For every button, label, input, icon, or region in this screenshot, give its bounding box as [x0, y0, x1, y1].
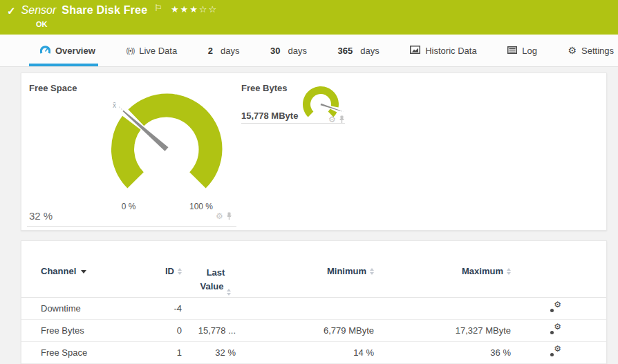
- channel-maximum: 36 %: [374, 347, 511, 358]
- sort-caret-icon: [81, 270, 86, 274]
- tab-historic-data[interactable]: Historic Data: [410, 35, 476, 66]
- live-data-icon: ((•)): [126, 47, 134, 55]
- tab-30-days[interactable]: 30days: [270, 35, 307, 66]
- channel-name: Downtime: [41, 303, 151, 314]
- channel-settings-gears-icon[interactable]: ⚙: [550, 346, 561, 357]
- gauge-scale-min: 0 %: [115, 202, 142, 211]
- mean-marker-line: [341, 111, 344, 112]
- channel-name: Free Bytes: [41, 325, 151, 336]
- tile-divider: [241, 123, 345, 124]
- tab-label: Log: [522, 46, 537, 56]
- tab-log[interactable]: Log: [507, 35, 537, 66]
- log-icon: [507, 46, 517, 56]
- channel-settings-gears-icon[interactable]: ⚙: [550, 324, 561, 335]
- gauge-settings-gear-icon[interactable]: ⚙: [216, 212, 223, 220]
- tab-number: 365: [337, 46, 353, 56]
- table-row-free-space: Free Space 1 32 % 14 % 36 % ⚙: [21, 342, 606, 364]
- tab-settings[interactable]: ⚙ Settings: [568, 35, 614, 66]
- flag-icon[interactable]: ⚐: [154, 3, 162, 13]
- table-header-row: Channel ID Last Value Minimum Maximum: [21, 241, 606, 298]
- sort-arrows-icon: [227, 289, 231, 296]
- tab-unit: days: [288, 46, 306, 56]
- tab-unit: days: [221, 46, 239, 56]
- channel-settings-gears-icon[interactable]: ⚙: [550, 302, 561, 313]
- column-header-last-value[interactable]: Last Value: [182, 266, 236, 297]
- tab-number: 30: [270, 46, 280, 56]
- channel-minimum: 6,779 MByte: [236, 325, 374, 336]
- free-space-value: 32 %: [29, 210, 53, 222]
- object-kind-label: Sensor: [21, 4, 57, 17]
- table-row-downtime: Downtime -4 ⚙: [21, 298, 606, 320]
- tab-label: Live Data: [139, 46, 177, 56]
- gauges-panel: Free Space x̄ 0 % 100 % 32 % ⚙ Free Byte…: [21, 73, 607, 231]
- settings-gear-icon: ⚙: [568, 46, 577, 55]
- column-header-channel[interactable]: Channel: [41, 266, 151, 297]
- tab-overview[interactable]: Overview: [40, 35, 95, 66]
- mean-marker-label: x̄: [113, 102, 116, 109]
- tab-live-data[interactable]: ((•)) Live Data: [126, 35, 177, 66]
- tab-label: Settings: [581, 46, 614, 56]
- channel-last-value: 32 %: [182, 347, 236, 358]
- column-header-minimum[interactable]: Minimum: [236, 266, 374, 297]
- tab-365-days[interactable]: 365days: [337, 35, 379, 66]
- free-bytes-value: 15,778 MByte: [241, 111, 298, 121]
- tab-number: 2: [208, 46, 213, 56]
- channel-table: Channel ID Last Value Minimum Maximum: [21, 241, 606, 364]
- channel-table-panel: Channel ID Last Value Minimum Maximum: [21, 240, 607, 364]
- tab-unit: days: [360, 46, 379, 56]
- sensor-title: Share Disk Free: [62, 4, 147, 17]
- status-badge: OK: [36, 20, 48, 28]
- channel-id: 0: [151, 325, 182, 336]
- channel-minimum: 14 %: [236, 347, 374, 358]
- column-header-maximum[interactable]: Maximum: [374, 266, 511, 297]
- sort-arrows-icon: [370, 268, 374, 275]
- status-check-icon: ✓: [7, 6, 16, 16]
- channel-id: 1: [151, 347, 182, 358]
- channel-last-value: 15,778 ...: [182, 325, 236, 336]
- free-bytes-gauge-title: Free Bytes: [241, 83, 287, 93]
- star-rating[interactable]: ★★★☆☆: [171, 4, 218, 15]
- sort-arrows-icon: [178, 268, 182, 275]
- free-space-gauge: x̄: [21, 73, 243, 211]
- tab-2-days[interactable]: 2days: [208, 35, 240, 66]
- channel-maximum: 17,327 MByte: [374, 325, 511, 336]
- prtg-sensor-page: ✓ Sensor Share Disk Free ⚐ ★★★☆☆ OK Over…: [0, 0, 618, 364]
- channel-name: Free Space: [41, 347, 151, 358]
- gauge-icon: [40, 45, 50, 56]
- gauge-scale-max: 100 %: [182, 202, 220, 211]
- tab-bar: Overview ((•)) Live Data 2days 30days 36…: [0, 35, 618, 67]
- column-header-id[interactable]: ID: [151, 266, 182, 297]
- table-row-free-bytes: Free Bytes 0 15,778 ... 6,779 MByte 17,3…: [21, 320, 606, 342]
- historic-data-icon: [410, 46, 420, 56]
- sort-arrows-icon: [507, 268, 511, 275]
- tab-label: Overview: [55, 46, 95, 56]
- pin-icon[interactable]: [226, 212, 232, 220]
- tab-label: Historic Data: [425, 46, 476, 56]
- sensor-header: ✓ Sensor Share Disk Free ⚐ ★★★☆☆ OK: [0, 0, 618, 35]
- channel-id: -4: [151, 303, 182, 314]
- tile-divider: [27, 226, 236, 227]
